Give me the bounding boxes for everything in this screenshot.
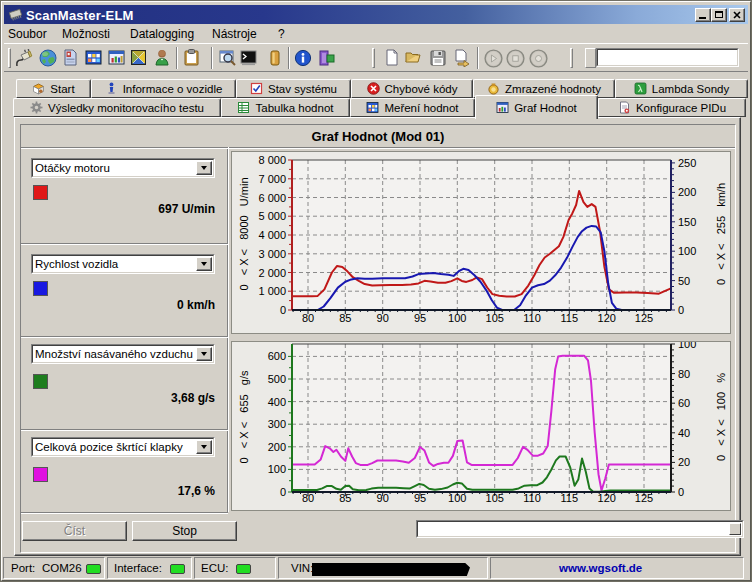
svg-text:80: 80 — [302, 492, 314, 504]
svg-text:60: 60 — [678, 397, 690, 409]
svg-text:400: 400 — [268, 396, 286, 408]
svg-text:0: 0 — [280, 304, 286, 316]
svg-text:3 000: 3 000 — [258, 248, 286, 260]
svg-text:115: 115 — [561, 312, 579, 324]
svg-text:100: 100 — [678, 245, 696, 257]
svg-text:0: 0 — [280, 486, 286, 498]
svg-text:95: 95 — [414, 492, 426, 504]
svg-text:6 000: 6 000 — [258, 192, 286, 204]
svg-text:120: 120 — [598, 312, 616, 324]
svg-text:110: 110 — [523, 492, 541, 504]
svg-text:80: 80 — [678, 368, 690, 380]
svg-text:1 000: 1 000 — [258, 285, 286, 297]
svg-text:8 000: 8 000 — [258, 154, 286, 166]
svg-text:85: 85 — [339, 492, 351, 504]
svg-text:4 000: 4 000 — [258, 229, 286, 241]
svg-text:105: 105 — [486, 492, 504, 504]
svg-text:500: 500 — [268, 373, 286, 385]
svg-text:90: 90 — [377, 312, 389, 324]
svg-text:50: 50 — [678, 275, 690, 287]
svg-text:100: 100 — [268, 463, 286, 475]
svg-text:150: 150 — [678, 216, 696, 228]
svg-text:100: 100 — [678, 342, 696, 350]
svg-text:7 000: 7 000 — [258, 173, 286, 185]
svg-text:95: 95 — [414, 312, 426, 324]
svg-text:110: 110 — [523, 312, 541, 324]
svg-text:125: 125 — [635, 492, 653, 504]
svg-text:80: 80 — [302, 312, 314, 324]
svg-text:250: 250 — [678, 157, 696, 169]
svg-text:105: 105 — [486, 312, 504, 324]
svg-text:120: 120 — [598, 492, 616, 504]
svg-text:200: 200 — [268, 441, 286, 453]
svg-text:20: 20 — [678, 456, 690, 468]
svg-text:0: 0 — [678, 304, 684, 316]
svg-text:200: 200 — [678, 186, 696, 198]
svg-text:85: 85 — [339, 312, 351, 324]
svg-text:100: 100 — [448, 312, 466, 324]
svg-text:125: 125 — [635, 312, 653, 324]
svg-text:40: 40 — [678, 427, 690, 439]
svg-text:300: 300 — [268, 418, 286, 430]
svg-text:115: 115 — [561, 492, 579, 504]
svg-text:600: 600 — [268, 350, 286, 362]
svg-text:2 000: 2 000 — [258, 267, 286, 279]
svg-text:5 000: 5 000 — [258, 210, 286, 222]
svg-text:90: 90 — [377, 492, 389, 504]
svg-text:0: 0 — [678, 486, 684, 498]
svg-text:100: 100 — [448, 492, 466, 504]
